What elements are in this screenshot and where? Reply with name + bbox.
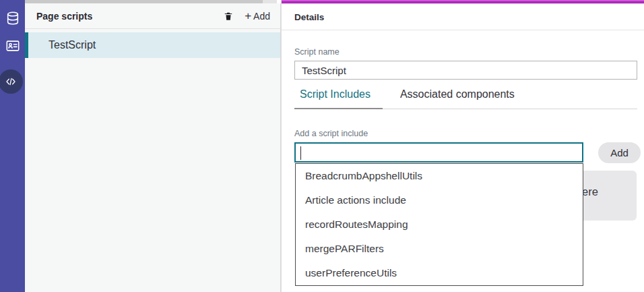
delete-script-button[interactable] bbox=[224, 11, 234, 22]
activity-sidebar bbox=[0, 0, 25, 292]
script-include-dropdown: BreadcrumbAppshellUtils Article actions … bbox=[295, 163, 583, 286]
sidebar-item-data[interactable] bbox=[0, 9, 25, 28]
script-name-input[interactable] bbox=[294, 61, 637, 80]
sidebar-item-profiles[interactable] bbox=[0, 38, 25, 54]
dropzone-text-fragment: ere bbox=[582, 185, 598, 198]
text-caret bbox=[300, 146, 301, 160]
dropdown-option[interactable]: recordRoutesMapping bbox=[296, 212, 583, 237]
add-script-label: Add bbox=[253, 11, 270, 22]
tab-script-includes[interactable]: Script Includes bbox=[294, 88, 383, 109]
sidebar-item-code-selected[interactable] bbox=[0, 69, 23, 94]
code-icon bbox=[4, 76, 18, 88]
script-list: TestScript bbox=[25, 29, 280, 58]
plus-icon: + bbox=[245, 10, 251, 22]
details-tabs: Script Includes Associated components bbox=[294, 88, 637, 109]
details-title: Details bbox=[282, 4, 644, 30]
script-name-label: Script name bbox=[294, 47, 644, 57]
dropdown-option[interactable]: BreadcrumbAppshellUtils bbox=[296, 164, 583, 188]
id-card-icon bbox=[5, 38, 20, 53]
script-include-row: Add bbox=[294, 142, 644, 163]
database-icon bbox=[5, 10, 20, 27]
app-window: Page scripts + Add TestScript Details Sc… bbox=[0, 0, 644, 292]
tab-associated-components[interactable]: Associated components bbox=[395, 88, 520, 109]
script-include-input[interactable] bbox=[294, 142, 583, 163]
page-scripts-header: Page scripts + Add bbox=[25, 3, 280, 29]
dropdown-option[interactable]: mergePARFilters bbox=[296, 237, 583, 261]
page-scripts-panel: Page scripts + Add TestScript bbox=[25, 3, 281, 292]
panel-title: Page scripts bbox=[36, 11, 92, 22]
details-panel: Details Script name Script Includes Asso… bbox=[281, 0, 644, 292]
script-include-label: Add a script include bbox=[294, 129, 644, 138]
dropdown-option[interactable]: Article actions include bbox=[296, 188, 583, 212]
list-item-testscript[interactable]: TestScript bbox=[25, 32, 280, 58]
dropdown-option[interactable]: userPreferenceUtils bbox=[296, 261, 583, 285]
add-script-button[interactable]: + Add bbox=[245, 10, 270, 22]
add-include-button[interactable]: Add bbox=[598, 142, 641, 163]
trash-icon bbox=[224, 11, 233, 22]
